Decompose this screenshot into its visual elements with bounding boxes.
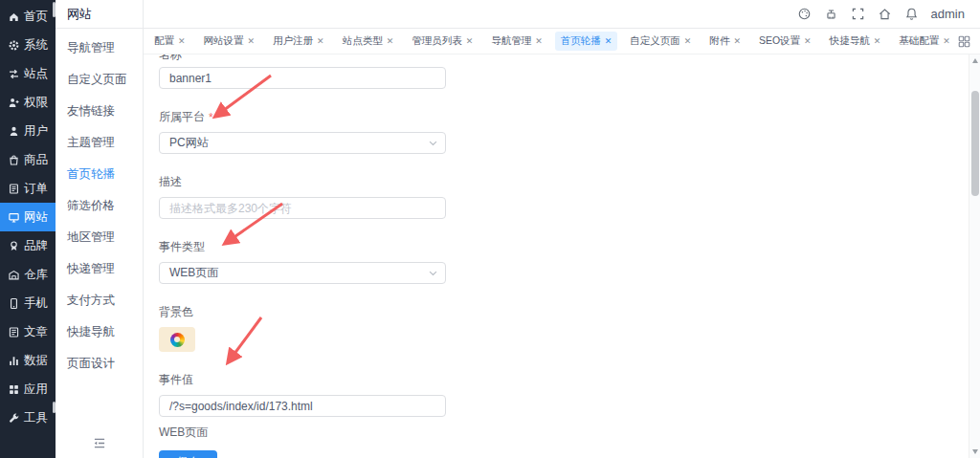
sidebar-scroll-thumb[interactable] xyxy=(53,402,56,413)
event-value-input[interactable] xyxy=(159,395,446,417)
tab-close-icon[interactable]: ✕ xyxy=(804,37,812,46)
tab-close-icon[interactable]: ✕ xyxy=(178,37,186,46)
event-value-hint: WEB页面 xyxy=(159,425,446,441)
gear-icon xyxy=(8,39,20,52)
collapse-menu-icon[interactable] xyxy=(91,435,107,451)
tab-list-menu-icon[interactable] xyxy=(957,34,971,49)
sidebar-item-home[interactable]: 首页 xyxy=(0,2,56,31)
sidebar-item-gear[interactable]: 系统 xyxy=(0,31,56,59)
phone-icon xyxy=(8,297,20,310)
swap-icon xyxy=(8,68,20,80)
clear-cache-icon[interactable] xyxy=(824,7,838,21)
required-mark: * xyxy=(209,111,213,124)
tab-10[interactable]: SEO设置✕ xyxy=(753,32,817,51)
sidebar-scroll-thumb[interactable] xyxy=(53,2,56,17)
scroll-down-arrow[interactable] xyxy=(972,449,978,454)
name-input[interactable] xyxy=(159,67,446,89)
tab-close-icon[interactable]: ✕ xyxy=(317,37,324,46)
website-icon xyxy=(8,211,20,224)
sidebar-item-phone[interactable]: 手机 xyxy=(0,289,56,317)
notification-icon[interactable] xyxy=(904,7,919,21)
save-button[interactable]: 保存 xyxy=(159,450,217,458)
tab-label: 导航管理 xyxy=(491,34,531,48)
platform-select[interactable]: PC网站 xyxy=(159,132,446,154)
tab-3[interactable]: 用户注册✕ xyxy=(267,32,330,51)
submenu-item-2[interactable]: 自定义页面 xyxy=(56,64,143,96)
tab-close-icon[interactable]: ✕ xyxy=(605,37,612,46)
sidebar-item-warehouse[interactable]: 仓库 xyxy=(0,260,56,289)
name-field xyxy=(159,67,446,89)
submenu-item-4[interactable]: 主题管理 xyxy=(56,127,143,159)
submenu-item-3[interactable]: 友情链接 xyxy=(56,96,143,127)
tab-close-icon[interactable]: ✕ xyxy=(733,37,741,46)
data-icon xyxy=(8,355,20,367)
sidebar-item-article[interactable]: 文章 xyxy=(0,317,56,346)
tab-label: SEO设置 xyxy=(759,34,800,48)
tab-close-icon[interactable]: ✕ xyxy=(535,37,543,46)
sidebar-item-label: 手机 xyxy=(24,295,48,312)
platform-field-label: 所属平台* xyxy=(159,109,446,125)
submenu-item-1[interactable]: 导航管理 xyxy=(56,33,143,64)
fullscreen-icon[interactable] xyxy=(851,7,865,21)
tab-label: 基础配置 xyxy=(899,34,939,48)
sidebar-item-tools[interactable]: 工具 xyxy=(0,403,56,432)
event-type-select[interactable]: WEB页面 xyxy=(159,262,446,284)
order-icon xyxy=(8,183,20,195)
tab-1[interactable]: 配置✕ xyxy=(148,32,191,51)
tab-12[interactable]: 基础配置✕ xyxy=(893,32,952,51)
banner-edit-form: 所属平台* PC网站 描述 事件类型 WEB页面 背景色 事件值 xyxy=(159,55,446,458)
sidebar-item-swap[interactable]: 站点 xyxy=(0,59,56,88)
scroll-up-arrow[interactable] xyxy=(972,58,978,63)
sidebar-item-label: 权限 xyxy=(24,95,48,111)
sidebar-item-user-lock[interactable]: 权限 xyxy=(0,88,56,117)
submenu-item-7[interactable]: 地区管理 xyxy=(56,222,143,253)
sidebar-item-apps[interactable]: 应用 xyxy=(0,375,56,403)
submenu-item-5[interactable]: 首页轮播 xyxy=(56,159,143,190)
tab-9[interactable]: 附件✕ xyxy=(703,32,746,51)
tab-8[interactable]: 自定义页面✕ xyxy=(624,32,697,51)
bg-color-picker[interactable] xyxy=(159,327,195,352)
tab-close-icon[interactable]: ✕ xyxy=(943,37,950,46)
article-icon xyxy=(8,326,20,338)
tabbar: 配置✕网站设置✕用户注册✕站点类型✕管理员列表✕导航管理✕首页轮播✕自定义页面✕… xyxy=(144,29,980,55)
submenu-item-9[interactable]: 支付方式 xyxy=(56,285,143,316)
sidebar-item-brand[interactable]: 品牌 xyxy=(0,231,56,260)
app: { "topbar": { "username": "admin", "icon… xyxy=(0,0,980,458)
tab-6[interactable]: 导航管理✕ xyxy=(485,32,548,51)
content: 名称* 所属平台* PC网站 描述 事件类型 WEB页面 背景色 xyxy=(144,55,969,458)
tab-4[interactable]: 站点类型✕ xyxy=(337,32,400,51)
sidebar-item-user[interactable]: 用户 xyxy=(0,117,56,145)
sidebar-item-data[interactable]: 数据 xyxy=(0,346,56,375)
tab-close-icon[interactable]: ✕ xyxy=(248,37,256,46)
home-icon[interactable] xyxy=(878,7,892,21)
submenu-item-6[interactable]: 筛选价格 xyxy=(56,190,143,222)
tab-label: 首页轮播 xyxy=(561,34,601,48)
submenu-item-11[interactable]: 页面设计 xyxy=(56,348,143,380)
tab-close-icon[interactable]: ✕ xyxy=(466,37,474,46)
sidebar-item-goods[interactable]: 商品 xyxy=(0,145,56,174)
description-input[interactable] xyxy=(159,197,446,219)
topbar-icons xyxy=(797,7,919,21)
sidebar-item-order[interactable]: 订单 xyxy=(0,174,56,203)
user-menu[interactable]: admin xyxy=(931,7,965,21)
sidebar-item-website[interactable]: 网站 xyxy=(0,203,56,231)
scrollbar-thumb[interactable] xyxy=(971,91,979,196)
sub-sidebar-items: 导航管理自定义页面友情链接主题管理首页轮播筛选价格地区管理快递管理支付方式快捷导… xyxy=(56,29,143,380)
sidebar-item-label: 文章 xyxy=(24,324,48,340)
palette-icon[interactable] xyxy=(797,7,812,21)
topbar: admin xyxy=(144,0,980,29)
tab-label: 站点类型 xyxy=(343,34,383,48)
tab-2[interactable]: 网站设置✕ xyxy=(198,32,261,51)
tab-close-icon[interactable]: ✕ xyxy=(684,37,692,46)
tab-11[interactable]: 快捷导航✕ xyxy=(824,32,887,51)
submenu-item-8[interactable]: 快递管理 xyxy=(56,253,143,285)
tab-close-icon[interactable]: ✕ xyxy=(387,37,394,46)
tab-close-icon[interactable]: ✕ xyxy=(874,37,881,46)
vertical-scrollbar[interactable] xyxy=(969,55,980,458)
description-field: 描述 xyxy=(159,174,446,219)
tab-5[interactable]: 管理员列表✕ xyxy=(406,32,479,51)
event-type-select-value: WEB页面 xyxy=(169,266,218,279)
chevron-down-icon xyxy=(429,271,437,276)
submenu-item-10[interactable]: 快捷导航 xyxy=(56,316,143,348)
tab-7[interactable]: 首页轮播✕ xyxy=(555,32,618,51)
